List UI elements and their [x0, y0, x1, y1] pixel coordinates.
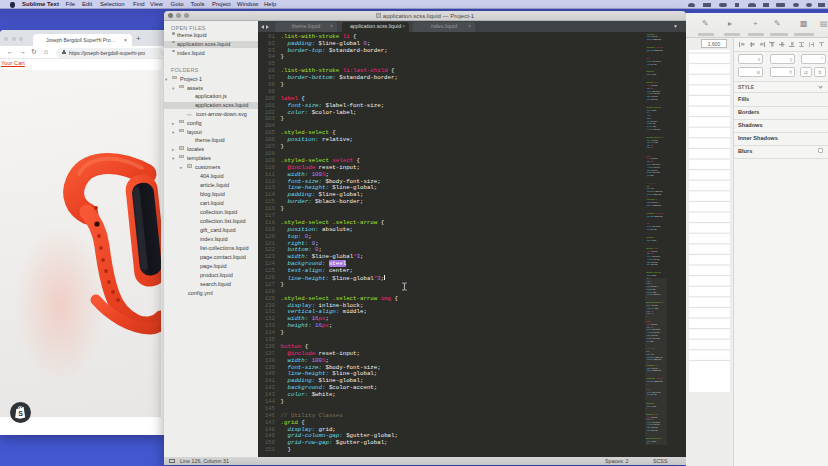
svg-text:S: S [18, 410, 23, 417]
